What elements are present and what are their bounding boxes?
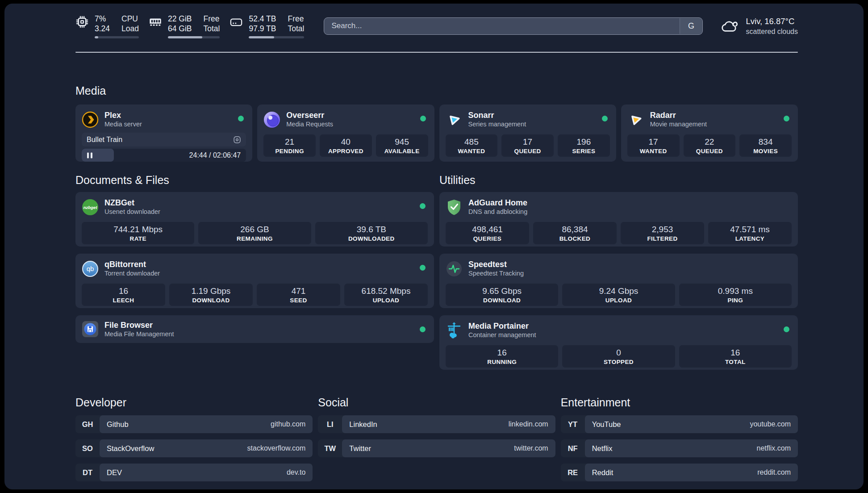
card-speedtest[interactable]: Speedtest Speedtest Tracking 9.65 GbpsDO… [439, 254, 798, 308]
stat-box: 2,953FILTERED [621, 222, 704, 244]
stat-box: 9.65 GbpsDOWNLOAD [446, 284, 558, 306]
section-title-developer: Developer [75, 396, 313, 409]
link-reddit[interactable]: RE Redditreddit.com [561, 464, 798, 481]
status-dot [420, 203, 426, 209]
card-radarr[interactable]: Radarr Movie management 17WANTED 22QUEUE… [621, 104, 798, 162]
section-title-media: Media [75, 84, 798, 97]
ram-free-value: 22 GiB [168, 14, 192, 24]
divider [75, 52, 798, 53]
link-twitter[interactable]: TW Twittertwitter.com [318, 439, 555, 457]
card-plex[interactable]: Plex Media server Bullet Train 24:44 / 0… [75, 104, 252, 162]
stat-box: 945AVAILABLE [376, 134, 428, 157]
ram-total-value: 64 GiB [168, 24, 192, 33]
link-name: StackOverflow [107, 444, 154, 453]
weather-condition: scattered clouds [746, 27, 798, 36]
link-domain: reddit.com [757, 468, 791, 476]
section-title-utilities: Utilities [439, 173, 798, 187]
link-tag: RE [561, 464, 585, 481]
section-title-social: Social [318, 396, 555, 409]
stat-box: 618.52 MbpsUPLOAD [344, 284, 428, 306]
link-tag: LI [318, 415, 342, 433]
link-tag: SO [75, 439, 100, 457]
cpu-progress-bar [95, 36, 139, 38]
stat-box: 16RUNNING [446, 345, 558, 368]
link-domain: github.com [271, 420, 305, 428]
playback-time: 24:44 / 02:06:47 [189, 151, 241, 159]
link-dev[interactable]: DT DEVdev.to [75, 464, 313, 481]
link-name: Twitter [349, 444, 371, 453]
stat-box: 9.24 GbpsUPLOAD [562, 284, 675, 306]
developer-column: Developer GH Githubgithub.com SO StackOv… [75, 396, 313, 481]
link-name: YouTube [592, 420, 621, 429]
card-filebrowser[interactable]: File Browser Media File Management [75, 315, 434, 343]
disk-total-label: Total [288, 24, 304, 33]
link-domain: netflix.com [757, 444, 791, 452]
link-youtube[interactable]: YT YouTubeyoutube.com [561, 415, 798, 433]
ram-stat: 22 GiB 64 GiB Free Total [149, 14, 220, 38]
link-tag: NF [561, 439, 585, 457]
now-playing-row: Bullet Train [82, 133, 246, 146]
cpu-stat: 7% 3.24 CPU Load [75, 14, 139, 38]
status-dot [420, 326, 426, 332]
app-subtitle: Media server [104, 120, 142, 129]
disk-free-label: Free [288, 14, 304, 24]
stat-box: 266 GBREMAINING [198, 222, 311, 244]
stat-box: 86,384BLOCKED [533, 222, 617, 244]
search-input[interactable] [324, 17, 703, 35]
stat-box: 744.21 MbpsRATE [82, 222, 194, 244]
app-subtitle: Speedtest Tracking [468, 269, 524, 278]
utilities-column: Utilities AdGuard Home [439, 173, 798, 370]
stat-box: 39.6 TBDOWNLOADED [315, 222, 428, 244]
qbittorrent-icon: qb [82, 260, 99, 277]
adguard-icon [446, 199, 463, 216]
card-qbittorrent[interactable]: qb qBittorrent Torrent downloader 16LEEC… [75, 254, 434, 308]
app-subtitle: Media File Management [104, 330, 174, 338]
cpu-usage: 7% [95, 14, 110, 24]
card-sonarr[interactable]: Sonarr Series management 485WANTED 17QUE… [439, 104, 616, 162]
ram-free-label: Free [204, 14, 220, 24]
session-icon[interactable] [233, 136, 241, 144]
card-portainer[interactable]: Media Portainer Container management 16R… [439, 315, 798, 370]
link-tag: TW [318, 439, 342, 457]
link-netflix[interactable]: NF Netflixnetflix.com [561, 439, 798, 457]
status-dot [784, 116, 789, 121]
google-search-button[interactable]: G [680, 18, 702, 34]
media-grid: Plex Media server Bullet Train 24:44 / 0… [75, 104, 798, 162]
disk-progress-bar [249, 36, 304, 38]
disk-free-value: 52.4 TB [249, 14, 276, 24]
app-subtitle: DNS and adblocking [468, 208, 527, 216]
link-linkedin[interactable]: LI LinkedInlinkedin.com [318, 415, 555, 433]
link-github[interactable]: GH Githubgithub.com [75, 415, 313, 433]
card-adguard[interactable]: AdGuard Home DNS and adblocking 498,461Q… [439, 192, 798, 246]
now-playing-title: Bullet Train [87, 136, 122, 144]
pause-icon [87, 152, 92, 158]
playback-progress-bar: 24:44 / 02:06:47 [82, 149, 246, 162]
documents-column: Documents & Files nzbget NZBGet Usenet d… [75, 173, 434, 370]
plex-icon [82, 111, 99, 128]
ram-progress-bar [168, 36, 220, 38]
stat-box: 22QUEUED [684, 134, 736, 157]
link-name: DEV [107, 468, 122, 477]
card-overseerr[interactable]: Overseerr Media Requests 21PENDING 40APP… [257, 104, 434, 162]
top-bar: 7% 3.24 CPU Load [75, 14, 798, 38]
disk-total-value: 97.9 TB [249, 24, 276, 33]
card-nzbget[interactable]: nzbget NZBGet Usenet downloader 744.21 M… [75, 192, 434, 246]
app-name: Media Portainer [468, 321, 536, 331]
link-tag: GH [75, 415, 100, 433]
entertainment-column: Entertainment YT YouTubeyoutube.com NF N… [561, 396, 798, 481]
app-name: File Browser [104, 320, 174, 330]
status-dot [420, 116, 426, 121]
link-stackoverflow[interactable]: SO StackOverflowstackoverflow.com [75, 439, 313, 457]
link-name: Netflix [592, 444, 613, 453]
stat-box: 471SEED [257, 284, 340, 306]
app-name: Sonarr [468, 110, 526, 120]
link-domain: stackoverflow.com [247, 444, 306, 452]
app-subtitle: Torrent downloader [104, 269, 160, 278]
stat-box: 498,461QUERIES [446, 222, 529, 244]
svg-text:nzbget: nzbget [83, 205, 97, 209]
link-domain: dev.to [287, 468, 305, 476]
app-name: AdGuard Home [468, 198, 527, 208]
app-subtitle: Usenet downloader [104, 208, 160, 216]
weather-location-temp: Lviv, 16.87°C [746, 16, 798, 27]
stat-box: 834MOVIES [739, 134, 792, 157]
